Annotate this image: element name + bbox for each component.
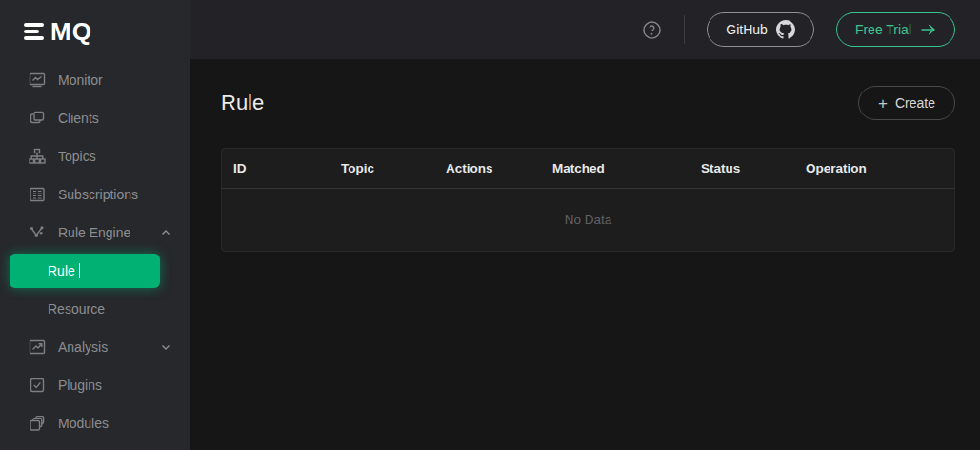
arrow-right-icon <box>920 23 936 36</box>
sidebar-item-modules[interactable]: Modules <box>0 404 190 442</box>
topbar-divider <box>684 15 685 44</box>
sidebar-item-clients[interactable]: Clients <box>0 99 190 137</box>
table-header-row: ID Topic Actions Matched Status Operatio… <box>222 149 954 189</box>
sidebar-item-label: Analysis <box>58 339 160 355</box>
sidebar-item-label: Clients <box>58 111 177 126</box>
column-header-status: Status <box>690 161 794 175</box>
sidebar-item-plugins[interactable]: Plugins <box>0 366 190 404</box>
sidebar-subitem-resource[interactable]: Resource <box>0 290 190 328</box>
topbar: GitHub Free Trial <box>190 0 980 59</box>
sidebar-item-label: Monitor <box>58 72 177 88</box>
analysis-icon <box>29 338 46 356</box>
sidebar-item-label: Plugins <box>58 378 177 393</box>
topics-icon <box>29 148 46 165</box>
sidebar-item-label: Topics <box>58 149 177 164</box>
page-title: Rule <box>221 91 264 115</box>
rule-engine-icon <box>29 224 46 241</box>
github-button[interactable]: GitHub <box>707 12 814 47</box>
sidebar-subitem-label: Resource <box>48 301 105 317</box>
github-icon <box>776 20 795 39</box>
sidebar-item-topics[interactable]: Topics <box>0 137 190 175</box>
sidebar-item-monitor[interactable]: Monitor <box>0 61 190 99</box>
content-column: GitHub Free Trial Rule + Create <box>190 0 980 450</box>
emq-logo-text: MQ <box>50 19 92 44</box>
sidebar-item-label: Modules <box>58 416 177 431</box>
column-header-id: ID <box>222 161 330 175</box>
sidebar-item-label: Subscriptions <box>58 187 177 202</box>
free-trial-button-label: Free Trial <box>855 22 911 37</box>
question-circle-icon[interactable] <box>642 20 662 40</box>
sidebar-item-label: Rule Engine <box>58 225 160 240</box>
emq-logo-bars-icon <box>24 23 44 40</box>
main-content: Rule + Create ID Topic Actions Matched S… <box>190 59 980 450</box>
sidebar-item-subscriptions[interactable]: Subscriptions <box>0 175 190 214</box>
sidebar-subitem-label: Rule <box>48 263 75 278</box>
column-header-actions: Actions <box>434 161 541 175</box>
rule-engine-submenu: Rule Resource <box>0 254 190 328</box>
modules-icon <box>29 415 46 432</box>
sidebar-item-rule-engine[interactable]: Rule Engine <box>0 214 190 252</box>
monitor-icon <box>29 72 46 89</box>
plus-icon: + <box>878 95 888 112</box>
free-trial-button[interactable]: Free Trial <box>836 12 955 47</box>
sidebar: MQ Monitor Clients <box>0 0 190 450</box>
emqx-dashboard: MQ Monitor Clients <box>0 0 980 450</box>
text-cursor-caret <box>79 263 81 278</box>
rules-table: ID Topic Actions Matched Status Operatio… <box>221 148 955 252</box>
column-header-topic: Topic <box>330 161 434 175</box>
subscriptions-icon <box>29 186 46 203</box>
github-button-label: GitHub <box>726 22 768 37</box>
chevron-down-icon <box>160 341 171 353</box>
chevron-up-icon <box>160 227 171 238</box>
column-header-operation: Operation <box>794 161 954 175</box>
clients-icon <box>29 110 46 127</box>
page-header: Rule + Create <box>221 86 955 120</box>
sidebar-item-analysis[interactable]: Analysis <box>0 328 190 366</box>
emq-logo: MQ <box>0 0 190 59</box>
sidebar-subitem-rule[interactable]: Rule <box>10 254 160 288</box>
sidebar-nav: Monitor Clients Topics <box>0 59 190 442</box>
plugins-icon <box>29 377 46 394</box>
column-header-matched: Matched <box>541 161 690 175</box>
table-empty-state: No Data <box>222 189 954 251</box>
create-button-label: Create <box>895 95 935 111</box>
create-button[interactable]: + Create <box>858 86 955 120</box>
